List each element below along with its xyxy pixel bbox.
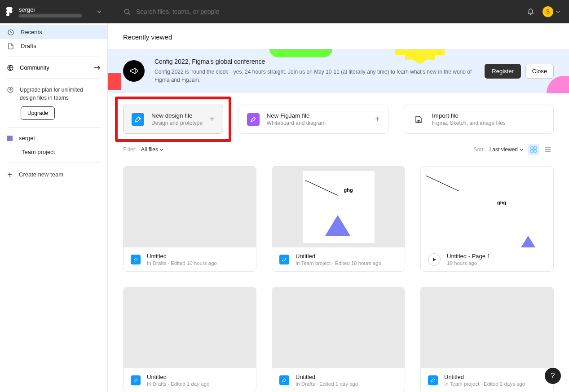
upgrade-block: Upgrade plan for unlimited design files …	[0, 82, 107, 123]
help-button[interactable]: ?	[545, 368, 561, 384]
filter-dropdown[interactable]: All files	[141, 146, 163, 153]
file-card[interactable]: ghg Untitled In Team project · Edited 18…	[272, 166, 405, 272]
search-icon	[124, 9, 131, 15]
file-meta: In Team project · Edited 18 hours ago	[296, 260, 381, 266]
file-icon	[7, 43, 14, 49]
list-icon	[545, 146, 551, 153]
search-bar[interactable]	[108, 8, 527, 15]
chevron-down-icon	[97, 10, 101, 13]
figma-file-icon	[279, 255, 289, 264]
figma-file-icon	[428, 375, 438, 385]
file-title: Untitled	[296, 253, 381, 260]
create-team-label: Create new team	[19, 171, 63, 178]
avatar: S	[543, 6, 553, 17]
svg-point-0	[125, 9, 129, 13]
file-card[interactable]: ghg Untitled - Page 1 19 hours ago	[420, 166, 554, 272]
svg-rect-6	[531, 150, 533, 152]
upgrade-button[interactable]: Upgrade	[21, 106, 55, 120]
notifications-icon[interactable]	[527, 8, 534, 16]
marker-icon	[247, 113, 260, 126]
filter-label: Filter:	[123, 146, 137, 153]
file-thumbnail: ghg	[421, 167, 553, 247]
create-team-button[interactable]: Create new team	[0, 167, 107, 182]
upgrade-text: Upgrade plan for unlimited design files …	[20, 86, 100, 102]
file-title: Untitled	[147, 253, 217, 260]
file-title: Untitled	[444, 374, 525, 380]
file-thumbnail	[421, 287, 553, 368]
decoration	[108, 73, 121, 90]
card-title: Import file	[432, 112, 545, 119]
tutorial-highlight: New design file Design and prototype +	[115, 97, 231, 142]
file-meta: In Drafts · Edited 1 day ago	[147, 381, 209, 387]
chevron-down-icon	[556, 11, 560, 13]
close-button[interactable]: Close	[525, 64, 554, 79]
file-thumbnail	[272, 287, 405, 368]
figma-file-icon	[131, 375, 141, 385]
sidebar-drafts-label: Drafts	[21, 43, 36, 49]
file-card[interactable]: Untitled In Drafts · Edited 10 hours ago	[123, 166, 256, 272]
file-meta: In Drafts · Edited 1 day ago	[296, 381, 358, 387]
card-subtitle: Figma, Sketch, and image files	[432, 120, 545, 126]
svg-rect-7	[534, 150, 536, 152]
file-thumbnail: ghg	[272, 167, 405, 247]
sidebar-team-project[interactable]: Team project	[0, 145, 107, 159]
import-file-card[interactable]: Import file Figma, Sketch, and image fil…	[404, 105, 554, 134]
file-thumbnail	[124, 287, 256, 368]
figma-logo-icon	[6, 7, 13, 16]
register-button[interactable]: Register	[485, 64, 520, 79]
page-title: Recently viewed	[108, 23, 569, 49]
chevron-down-icon	[160, 149, 163, 151]
card-subtitle: Design and prototype	[151, 120, 203, 126]
decoration	[269, 49, 332, 57]
team-project-label: Team project	[22, 149, 55, 155]
workspace-switcher[interactable]: sergei	[0, 0, 108, 23]
sidebar-community-label: Community	[20, 64, 49, 71]
arrow-right-icon	[94, 66, 100, 70]
sidebar-recents-label: Recents	[21, 29, 42, 35]
sort-dropdown[interactable]: Last viewed	[490, 146, 523, 153]
plus-icon: +	[210, 115, 215, 124]
file-card[interactable]: Untitled In Drafts · Edited 1 day ago	[272, 287, 405, 392]
clock-icon	[7, 29, 14, 35]
grid-icon	[530, 146, 537, 153]
new-figjam-file-card[interactable]: New FigJam file Whiteboard and diagram +	[238, 105, 388, 134]
import-icon	[412, 113, 425, 126]
globe-icon	[7, 65, 13, 71]
plus-icon: +	[375, 115, 380, 124]
plus-icon	[7, 172, 13, 177]
banner-description: Config 2022 is 'round the clock—yes, 24 …	[154, 68, 485, 84]
sidebar-item-recents[interactable]: Recents	[0, 25, 107, 39]
file-meta: In Drafts · Edited 10 hours ago	[147, 260, 217, 266]
account-menu[interactable]: S	[543, 6, 560, 17]
sort-label: Sort:	[473, 146, 485, 153]
workspace-sub-redacted	[19, 14, 82, 18]
figma-file-icon	[279, 375, 289, 385]
upload-icon	[7, 86, 13, 102]
card-title: New FigJam file	[267, 112, 368, 119]
file-card[interactable]: Untitled In Drafts · Edited 1 day ago	[123, 287, 256, 392]
new-design-file-card[interactable]: New design file Design and prototype +	[123, 105, 223, 134]
card-title: New design file	[151, 112, 203, 119]
main-content: Recently viewed Config 2022, Figma's glo…	[108, 23, 569, 392]
sidebar-item-community[interactable]: Community	[0, 61, 107, 75]
promo-banner: Config 2022, Figma's global conference C…	[108, 49, 569, 93]
decoration	[547, 76, 569, 93]
search-input[interactable]	[136, 8, 316, 15]
banner-title: Config 2022, Figma's global conference	[154, 58, 485, 65]
sidebar-item-drafts[interactable]: Drafts	[0, 39, 107, 53]
sidebar-team[interactable]: sergei	[0, 131, 107, 145]
grid-view-button[interactable]	[528, 144, 539, 155]
file-title: Untitled	[147, 374, 209, 380]
team-name-label: sergei	[19, 135, 35, 141]
figma-file-icon	[131, 255, 141, 264]
file-meta: 19 hours ago	[447, 260, 490, 266]
file-meta: In Team project · Edited 2 days ago	[444, 381, 525, 387]
card-subtitle: Whiteboard and diagram	[267, 120, 368, 126]
file-thumbnail	[124, 167, 256, 247]
topbar: sergei S	[0, 0, 569, 23]
team-color-swatch	[7, 136, 13, 141]
file-card[interactable]: Untitled In Team project · Edited 2 days…	[420, 287, 554, 392]
chevron-down-icon	[520, 149, 523, 151]
list-view-button[interactable]	[542, 144, 554, 155]
svg-rect-5	[534, 147, 536, 149]
